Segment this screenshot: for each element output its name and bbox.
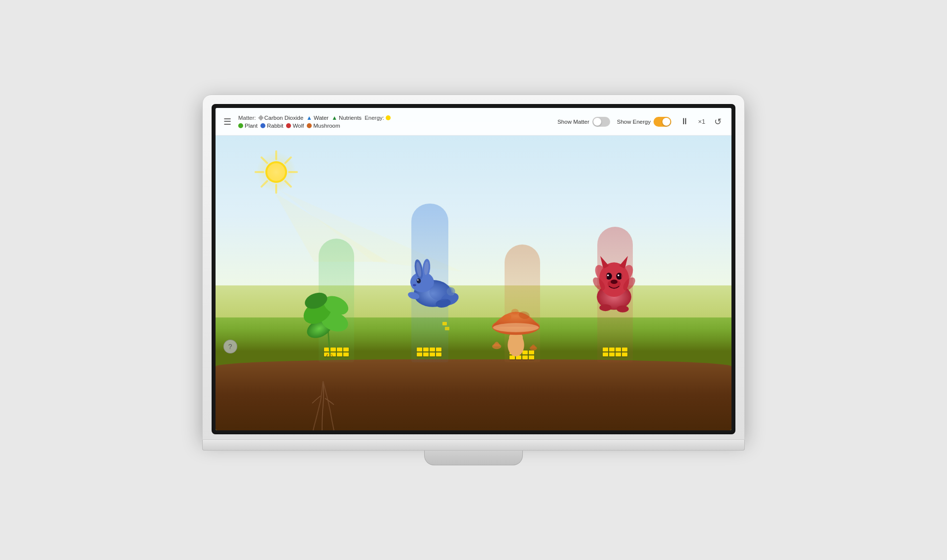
energy-legend: Energy: bbox=[364, 115, 391, 121]
wolf-energy-coins bbox=[603, 348, 627, 356]
show-energy-toggle[interactable] bbox=[654, 117, 671, 127]
wolf-legend: Wolf bbox=[286, 123, 304, 129]
svg-point-50 bbox=[611, 280, 618, 284]
co2-label: Carbon Dioxide bbox=[264, 115, 303, 121]
laptop-base bbox=[202, 440, 745, 451]
legend-row-organisms: Plant Rabbit Wolf bbox=[238, 123, 391, 129]
mushroom-dot bbox=[307, 123, 312, 128]
roots-svg bbox=[303, 381, 343, 430]
legend: Matter: Carbon Dioxide ▲ Water bbox=[238, 114, 391, 129]
pause-button[interactable]: ⏸ bbox=[678, 114, 691, 129]
screen: ☰ Matter: Carbon Dioxide ▲ bbox=[216, 108, 731, 430]
rabbit-energy-coins bbox=[417, 348, 441, 356]
mushroom-legend: Mushroom bbox=[307, 123, 340, 129]
help-button[interactable]: ? bbox=[223, 340, 237, 353]
wolf-dot bbox=[286, 123, 291, 128]
show-energy-label: Show Energy bbox=[617, 119, 651, 125]
simulation-container: ☰ Matter: Carbon Dioxide ▲ bbox=[216, 108, 731, 430]
matter-label: Matter: bbox=[238, 115, 256, 121]
show-energy-knob bbox=[662, 118, 670, 126]
svg-point-24 bbox=[417, 278, 421, 283]
plant-dot bbox=[238, 123, 243, 128]
rabbit-dot bbox=[260, 123, 265, 128]
rabbit-legend: Rabbit bbox=[260, 123, 283, 129]
water-legend: ▲ Water bbox=[306, 114, 328, 121]
toolbar: ☰ Matter: Carbon Dioxide ▲ bbox=[216, 108, 731, 136]
svg-point-37 bbox=[511, 309, 519, 315]
simulation-scene: ? bbox=[216, 136, 731, 430]
plant-legend: Plant bbox=[238, 123, 257, 129]
svg-point-31 bbox=[430, 283, 453, 300]
laptop-body: ☰ Matter: Carbon Dioxide ▲ bbox=[202, 95, 745, 440]
show-matter-toggle[interactable] bbox=[592, 117, 610, 127]
screen-bezel: ☰ Matter: Carbon Dioxide ▲ bbox=[212, 104, 735, 434]
plant-label: Plant bbox=[245, 123, 257, 129]
svg-point-26 bbox=[413, 284, 416, 286]
svg-point-48 bbox=[618, 274, 619, 276]
water-icon: ▲ bbox=[306, 114, 312, 121]
mushroom-label: Mushroom bbox=[313, 123, 340, 129]
rabbit-organism[interactable] bbox=[396, 253, 465, 313]
co2-legend: Carbon Dioxide bbox=[259, 115, 303, 121]
svg-point-25 bbox=[417, 279, 419, 280]
hamburger-menu[interactable]: ☰ bbox=[223, 116, 231, 127]
rabbit-floating-coins bbox=[442, 322, 449, 330]
energy-label: Energy: bbox=[364, 115, 384, 121]
svg-rect-33 bbox=[509, 334, 523, 352]
show-matter-knob bbox=[593, 118, 601, 126]
plant-organism[interactable] bbox=[298, 278, 362, 356]
svg-point-56 bbox=[617, 305, 629, 312]
svg-point-10 bbox=[256, 152, 296, 192]
sun-svg bbox=[252, 147, 301, 197]
speed-label: ×1 bbox=[698, 118, 705, 125]
show-matter-label: Show Matter bbox=[557, 119, 589, 125]
laptop-container: ☰ Matter: Carbon Dioxide ▲ bbox=[202, 95, 745, 465]
light-rays-svg bbox=[216, 163, 731, 430]
show-energy-group: Show Energy bbox=[617, 117, 671, 127]
laptop-stand bbox=[424, 451, 523, 465]
sun bbox=[252, 147, 301, 197]
svg-point-46 bbox=[607, 274, 609, 276]
legend-row-matter: Matter: Carbon Dioxide ▲ Water bbox=[238, 114, 391, 121]
mushroom-organism[interactable] bbox=[484, 292, 548, 356]
controls-right: Show Matter Show Energy bbox=[557, 114, 724, 129]
nutrients-icon: ▲ bbox=[331, 114, 337, 121]
nutrients-legend: ▲ Nutrients bbox=[331, 114, 362, 121]
rabbit-label: Rabbit bbox=[267, 123, 283, 129]
svg-point-55 bbox=[599, 304, 612, 311]
energy-icon bbox=[386, 115, 391, 120]
nutrients-label: Nutrients bbox=[339, 115, 362, 121]
wolf-organism[interactable] bbox=[582, 249, 646, 318]
co2-icon bbox=[258, 115, 263, 120]
wolf-label: Wolf bbox=[292, 123, 304, 129]
show-matter-group: Show Matter bbox=[557, 117, 610, 127]
reset-button[interactable]: ↺ bbox=[712, 114, 724, 129]
water-label: Water bbox=[314, 115, 328, 121]
svg-point-38 bbox=[493, 323, 539, 333]
